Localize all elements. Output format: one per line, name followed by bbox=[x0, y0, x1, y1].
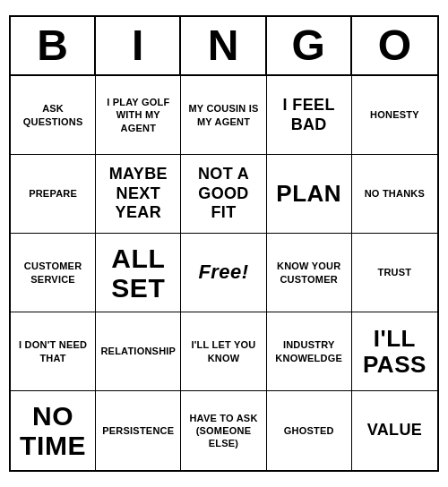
bingo-cell-23: GHOSTED bbox=[267, 391, 352, 470]
bingo-cell-24: VALUE bbox=[352, 391, 437, 470]
cell-text-8: PLAN bbox=[276, 181, 341, 207]
cell-text-22: HAVE TO ASK (someone else) bbox=[185, 412, 262, 450]
bingo-cell-5: PREPARE bbox=[11, 155, 96, 234]
cell-text-12: Free! bbox=[198, 260, 248, 286]
bingo-cell-18: INDUSTRY KNOWELDGE bbox=[267, 312, 352, 391]
bingo-card: BINGO ASK QUESTIONSI PLAY GOLF WITH MY A… bbox=[9, 15, 439, 472]
bingo-cell-8: PLAN bbox=[267, 155, 352, 234]
bingo-cell-17: I'LL LET YOU KNOW bbox=[181, 312, 266, 391]
cell-text-24: VALUE bbox=[367, 421, 422, 440]
bingo-cell-22: HAVE TO ASK (someone else) bbox=[181, 391, 266, 470]
cell-text-4: HONESTY bbox=[370, 108, 419, 121]
bingo-letter-g: G bbox=[267, 17, 352, 74]
cell-text-3: I FEEL BAD bbox=[271, 96, 348, 134]
cell-text-14: TRUST bbox=[378, 266, 412, 278]
cell-text-9: NO THANKS bbox=[365, 187, 425, 200]
cell-text-5: PREPARE bbox=[29, 187, 77, 200]
cell-text-13: KNOW YOUR CUSTOMER bbox=[271, 260, 348, 286]
bingo-letter-b: B bbox=[11, 17, 96, 74]
bingo-header: BINGO bbox=[11, 17, 437, 76]
bingo-cell-20: NO TIME bbox=[11, 391, 96, 470]
cell-text-11: ALL SET bbox=[99, 244, 177, 303]
cell-text-23: GHOSTED bbox=[284, 424, 334, 437]
bingo-grid: ASK QUESTIONSI PLAY GOLF WITH MY AGENTMY… bbox=[11, 76, 437, 470]
bingo-cell-21: PERSISTENCE bbox=[96, 391, 181, 470]
bingo-letter-n: N bbox=[181, 17, 266, 74]
bingo-cell-19: I'LL PASS bbox=[352, 312, 437, 391]
bingo-cell-1: I PLAY GOLF WITH MY AGENT bbox=[96, 76, 181, 155]
cell-text-21: PERSISTENCE bbox=[102, 424, 174, 437]
bingo-cell-4: HONESTY bbox=[352, 76, 437, 155]
bingo-cell-10: CUSTOMER SERVICE bbox=[11, 234, 96, 312]
bingo-cell-2: MY COUSIN IS MY AGENT bbox=[181, 76, 266, 155]
cell-text-2: MY COUSIN IS MY AGENT bbox=[185, 102, 262, 128]
bingo-cell-7: NOT A GOOD FIT bbox=[181, 155, 266, 234]
bingo-cell-0: ASK QUESTIONS bbox=[11, 76, 96, 155]
cell-text-10: CUSTOMER SERVICE bbox=[14, 260, 91, 286]
cell-text-1: I PLAY GOLF WITH MY AGENT bbox=[99, 96, 177, 134]
cell-text-18: INDUSTRY KNOWELDGE bbox=[271, 338, 348, 364]
bingo-letter-i: I bbox=[96, 17, 181, 74]
bingo-cell-3: I FEEL BAD bbox=[267, 76, 352, 155]
cell-text-20: NO TIME bbox=[14, 401, 91, 460]
cell-text-6: MAYBE NEXT YEAR bbox=[99, 165, 177, 223]
cell-text-15: I DON'T NEED THAT bbox=[14, 338, 91, 364]
bingo-cell-11: ALL SET bbox=[96, 234, 181, 312]
bingo-cell-6: MAYBE NEXT YEAR bbox=[96, 155, 181, 234]
bingo-cell-16: RELATIONSHIP bbox=[96, 312, 181, 391]
bingo-letter-o: O bbox=[352, 17, 437, 74]
cell-text-7: NOT A GOOD FIT bbox=[185, 165, 262, 223]
cell-text-17: I'LL LET YOU KNOW bbox=[185, 338, 262, 364]
bingo-cell-14: TRUST bbox=[352, 234, 437, 312]
bingo-cell-9: NO THANKS bbox=[352, 155, 437, 234]
cell-text-19: I'LL PASS bbox=[356, 326, 434, 377]
cell-text-16: RELATIONSHIP bbox=[100, 345, 176, 357]
bingo-cell-15: I DON'T NEED THAT bbox=[11, 312, 96, 391]
bingo-cell-12: Free! bbox=[181, 234, 266, 312]
bingo-cell-13: KNOW YOUR CUSTOMER bbox=[267, 234, 352, 312]
cell-text-0: ASK QUESTIONS bbox=[14, 102, 91, 128]
